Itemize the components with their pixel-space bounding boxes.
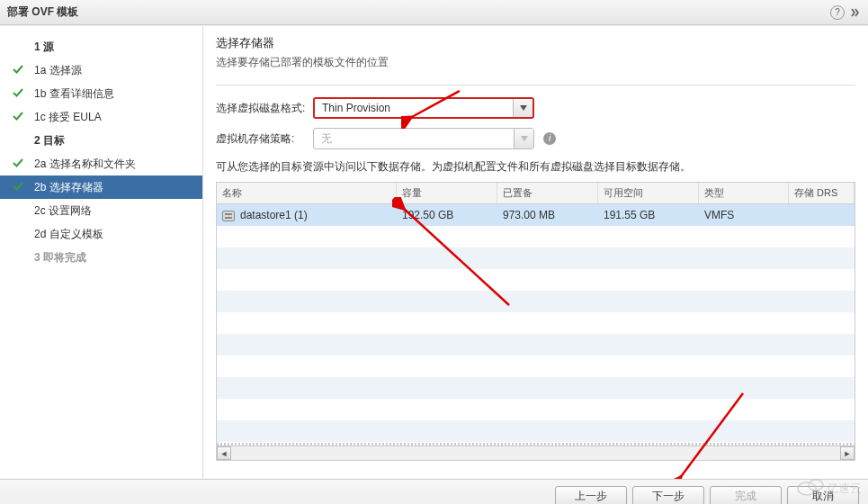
step-label: 1a 选择源 [34, 63, 82, 78]
info-icon[interactable]: i [543, 132, 556, 145]
datastore-table: 名称 容量 已置备 可用空间 类型 存储 DRS datastore1 (1) … [216, 182, 855, 461]
chevron-down-icon[interactable] [513, 99, 532, 117]
col-free[interactable]: 可用空间 [598, 183, 699, 203]
table-header: 名称 容量 已置备 可用空间 类型 存储 DRS [217, 183, 855, 204]
col-type[interactable]: 类型 [699, 183, 789, 203]
collapse-icon[interactable] [850, 7, 861, 18]
table-row [217, 377, 855, 399]
step-label: 3 即将完成 [34, 250, 86, 266]
storage-policy-value: 无 [314, 131, 514, 147]
check-icon [9, 110, 27, 125]
window-title: 部署 OVF 模板 [7, 4, 78, 20]
disk-format-select[interactable]: Thin Provision [313, 97, 534, 119]
storage-policy-select: 无 [313, 128, 534, 149]
step-label: 2d 自定义模板 [34, 227, 103, 242]
storage-policy-label: 虚拟机存储策略: [216, 131, 313, 147]
col-name[interactable]: 名称 [217, 183, 397, 203]
col-drs[interactable]: 存储 DRS [789, 183, 855, 203]
next-button[interactable]: 下一步 [632, 486, 704, 505]
table-row [217, 291, 855, 312]
watermark-logo: 亿速云 [794, 472, 864, 502]
col-provisioned[interactable]: 已置备 [497, 183, 598, 203]
page-subtitle: 选择要存储已部署的模板文件的位置 [216, 55, 855, 70]
step-setup-network: 2c 设置网络 [0, 199, 202, 222]
back-button[interactable]: 上一步 [555, 486, 627, 505]
step-label: 2 目标 [34, 133, 65, 148]
step-label: 1b 查看详细信息 [34, 86, 114, 102]
cell-capacity: 192.50 GB [397, 209, 497, 221]
table-row [217, 356, 855, 377]
svg-point-3 [798, 482, 816, 495]
step-select-storage[interactable]: 2b 选择存储器 [0, 176, 202, 199]
col-capacity[interactable]: 容量 [397, 183, 497, 203]
wizard-footer: 上一步 下一步 完成 取消 [0, 479, 868, 504]
finish-button: 完成 [710, 486, 782, 505]
table-body: datastore1 (1) 192.50 GB 973.00 MB 191.5… [217, 204, 855, 443]
step-label: 2b 选择存储器 [34, 180, 103, 195]
wizard-sidebar: 1 源 1a 选择源 1b 查看详细信息 1c 接受 EULA 2 目标 2a … [0, 26, 203, 479]
check-icon [9, 86, 27, 102]
datastore-icon [222, 211, 235, 221]
step-label: 2c 设置网络 [34, 203, 92, 219]
table-row [217, 334, 855, 356]
cell-provisioned: 973.00 MB [497, 209, 598, 221]
table-row [217, 399, 855, 420]
table-row [217, 248, 855, 269]
chevron-down-icon [514, 129, 533, 148]
scroll-left-icon[interactable]: ◄ [217, 446, 231, 460]
step-label: 2a 选择名称和文件夹 [34, 157, 136, 172]
horizontal-scrollbar[interactable]: ◄ ► [217, 446, 855, 460]
svg-text:亿速云: 亿速云 [826, 482, 862, 495]
step-select-name-folder[interactable]: 2a 选择名称和文件夹 [0, 152, 202, 176]
check-icon [9, 157, 27, 172]
content-pane: 选择存储器 选择要存储已部署的模板文件的位置 选择虚拟磁盘格式: Thin Pr… [203, 26, 868, 479]
table-row [217, 269, 855, 291]
table-row [217, 420, 855, 442]
disk-format-value: Thin Provision [315, 102, 513, 114]
step-accept-eula[interactable]: 1c 接受 EULA [0, 105, 202, 129]
table-row [217, 226, 855, 248]
step-select-source[interactable]: 1a 选择源 [0, 58, 202, 82]
table-row[interactable]: datastore1 (1) 192.50 GB 973.00 MB 191.5… [217, 204, 855, 226]
scroll-right-icon[interactable]: ► [840, 446, 855, 460]
wizard-body: 1 源 1a 选择源 1b 查看详细信息 1c 接受 EULA 2 目标 2a … [0, 25, 868, 479]
check-icon [9, 63, 27, 78]
cell-type: VMFS [699, 209, 789, 221]
title-bar: 部署 OVF 模板 ? [0, 0, 868, 25]
table-row [217, 312, 855, 334]
step-customize-template: 2d 自定义模板 [0, 222, 202, 246]
page-title: 选择存储器 [216, 35, 855, 51]
step-label: 1c 接受 EULA [34, 110, 102, 125]
step-label: 1 源 [34, 40, 54, 55]
disk-format-label: 选择虚拟磁盘格式: [216, 101, 313, 116]
instruction-text: 可从您选择的目标资源中访问以下数据存储。为虚拟机配置文件和所有虚拟磁盘选择目标数… [216, 159, 855, 175]
step-source[interactable]: 1 源 [0, 35, 202, 58]
check-icon [9, 180, 27, 195]
cell-free: 191.55 GB [598, 209, 699, 221]
step-ready-complete: 3 即将完成 [0, 246, 202, 269]
help-icon[interactable]: ? [830, 5, 845, 20]
cell-name: datastore1 (1) [217, 209, 397, 221]
step-review-details[interactable]: 1b 查看详细信息 [0, 82, 202, 105]
step-target[interactable]: 2 目标 [0, 129, 202, 152]
